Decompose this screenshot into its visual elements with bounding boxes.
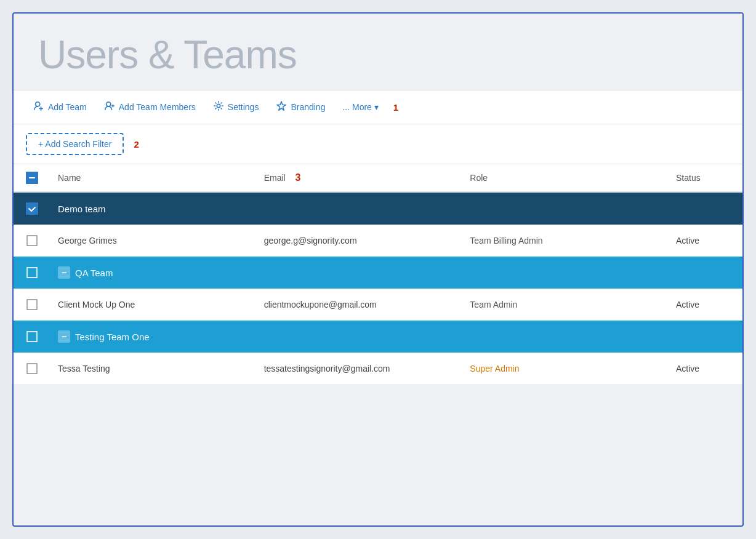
demo-team-name: Demo team	[58, 204, 106, 214]
team-row-demo[interactable]: Demo team	[14, 193, 742, 225]
client-checkbox-cell[interactable]	[14, 299, 50, 310]
tessa-role: Super Admin	[462, 364, 669, 373]
george-checkbox-cell[interactable]	[14, 235, 50, 246]
member-row-tessa: Tessa Testing tessatestingsignority@gmai…	[14, 353, 742, 385]
svg-point-2	[217, 104, 220, 107]
qa-collapse-icon[interactable]: −	[58, 266, 70, 279]
toolbar: Add Team Add Team Members Settings	[14, 90, 742, 124]
svg-point-0	[36, 102, 40, 106]
tessa-checkbox-cell[interactable]	[14, 363, 50, 374]
more-label: ... More ▾	[342, 102, 378, 112]
qa-team-checkbox-cell[interactable]	[14, 267, 50, 278]
testing-collapse-icon[interactable]: −	[58, 330, 70, 343]
tessa-status: Active	[669, 364, 742, 373]
add-team-icon	[33, 100, 44, 114]
tessa-name: Tessa Testing	[50, 364, 257, 373]
qa-team-checkbox[interactable]	[26, 267, 38, 278]
tessa-checkbox[interactable]	[26, 363, 38, 374]
george-role: Team Billing Admin	[462, 236, 669, 246]
client-email: clientmockupone@gmail.com	[257, 300, 463, 309]
testing-team-name: Testing Team One	[75, 332, 150, 342]
add-filter-button[interactable]: + Add Search Filter	[26, 133, 124, 155]
member-row-george: George Grimes george.g@signority.com Tea…	[14, 225, 742, 257]
more-button[interactable]: ... More ▾	[335, 97, 385, 117]
george-name: George Grimes	[50, 236, 257, 246]
header-checkbox-cell[interactable]	[14, 172, 50, 184]
testing-team-checkbox[interactable]	[26, 331, 38, 342]
filter-badge: 2	[134, 139, 139, 150]
testing-team-name-cell: − Testing Team One	[50, 330, 257, 343]
branding-label: Branding	[291, 102, 325, 112]
page-header: Users & Teams	[14, 14, 742, 90]
demo-team-name-cell: Demo team	[50, 204, 257, 214]
qa-team-name-cell: − QA Team	[50, 266, 257, 279]
settings-button[interactable]: Settings	[206, 95, 267, 119]
header-name: Name	[50, 173, 257, 183]
header-email: Email 3	[257, 172, 463, 183]
branding-icon	[276, 100, 287, 114]
add-team-members-button[interactable]: Add Team Members	[97, 95, 203, 119]
select-all-checkbox[interactable]	[26, 172, 38, 184]
header-role: Role	[462, 173, 669, 183]
demo-team-checkbox-cell[interactable]	[14, 202, 50, 215]
toolbar-badge: 1	[393, 102, 398, 113]
demo-team-checkbox[interactable]	[26, 202, 38, 215]
header-status: Status	[669, 173, 742, 183]
add-team-label: Add Team	[48, 102, 87, 112]
george-email: george.g@signority.com	[257, 236, 463, 246]
table-header: Name Email 3 Role Status	[14, 164, 742, 193]
george-checkbox[interactable]	[26, 235, 38, 246]
page-wrapper: Users & Teams Add Team Add Team	[12, 12, 744, 527]
add-team-members-label: Add Team Members	[119, 102, 196, 112]
branding-button[interactable]: Branding	[268, 95, 332, 119]
team-row-qa[interactable]: − QA Team	[14, 257, 742, 289]
filter-bar: + Add Search Filter 2	[14, 124, 742, 164]
add-team-members-icon	[104, 100, 115, 114]
tessa-email: tessatestingsignority@gmail.com	[257, 364, 463, 373]
page-title: Users & Teams	[38, 32, 718, 78]
client-name: Client Mock Up One	[50, 300, 257, 309]
table-container: Name Email 3 Role Status	[14, 164, 742, 385]
testing-team-checkbox-cell[interactable]	[14, 331, 50, 342]
client-status: Active	[669, 300, 742, 309]
client-role: Team Admin	[462, 300, 669, 309]
qa-team-name: QA Team	[75, 268, 113, 278]
george-status: Active	[669, 236, 742, 246]
member-row-client: Client Mock Up One clientmockupone@gmail…	[14, 289, 742, 321]
add-team-button[interactable]: Add Team	[26, 95, 94, 119]
table-badge: 3	[296, 172, 301, 183]
settings-icon	[213, 100, 224, 114]
team-row-testing[interactable]: − Testing Team One	[14, 321, 742, 353]
svg-point-1	[106, 102, 110, 106]
settings-label: Settings	[228, 102, 259, 112]
client-checkbox[interactable]	[26, 299, 38, 310]
